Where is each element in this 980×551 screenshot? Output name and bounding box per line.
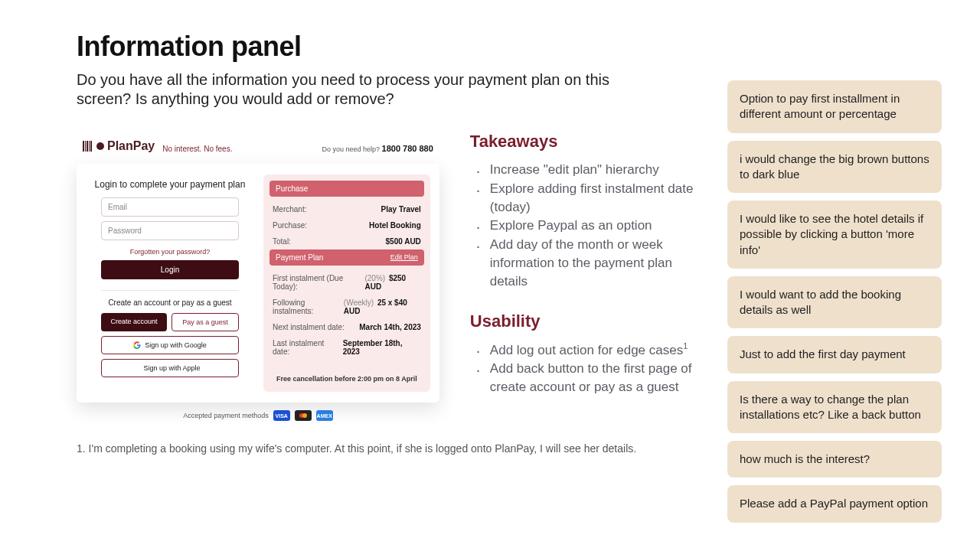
feedback-card: Just to add the first day payment bbox=[727, 336, 942, 373]
payment-methods-label: Accepted payment methods bbox=[183, 412, 269, 419]
list-item: Explore Paypal as an option bbox=[470, 217, 697, 235]
create-heading: Create an account or pay as a guest bbox=[108, 298, 231, 307]
login-button[interactable]: Login bbox=[101, 260, 239, 279]
takeaways-heading: Takeaways bbox=[470, 132, 697, 152]
feedback-column: Option to pay first installment in diffe… bbox=[727, 31, 942, 523]
following-label: Following instalments: bbox=[273, 298, 344, 315]
feedback-card: how much is the interest? bbox=[727, 441, 942, 478]
logo-dot-icon bbox=[96, 142, 104, 150]
visa-icon: VISA bbox=[273, 410, 290, 421]
total-value: $500 AUD bbox=[386, 237, 421, 246]
first-instalment-label: First instalment (Due Today): bbox=[273, 274, 364, 291]
next-date-value: March 14th, 2023 bbox=[359, 323, 421, 331]
pay-as-guest-button[interactable]: Pay as a guest bbox=[172, 313, 239, 331]
brand-name: PlanPay bbox=[107, 139, 155, 153]
edit-plan-link[interactable]: Edit Plan bbox=[390, 253, 418, 262]
help-text: Do you need help? 1800 780 880 bbox=[322, 144, 433, 153]
list-item: Increase "edit plan" hierarchy bbox=[470, 161, 697, 179]
password-field[interactable]: Password bbox=[101, 221, 239, 240]
feedback-card: Option to pay first installment in diffe… bbox=[727, 80, 942, 133]
google-icon bbox=[133, 341, 141, 349]
amex-icon: AMEX bbox=[316, 410, 333, 421]
list-item: Add back button to the first page of cre… bbox=[470, 360, 697, 396]
apple-signup-button[interactable]: Sign up with Apple bbox=[101, 359, 239, 377]
merchant-label: Merchant: bbox=[273, 205, 306, 214]
purchase-header: Purchase bbox=[270, 181, 424, 197]
page-subtitle: Do you have all the information you need… bbox=[77, 70, 612, 109]
mastercard-icon bbox=[295, 410, 312, 421]
brand-tagline: No interest. No fees. bbox=[162, 145, 232, 153]
list-item: Add day of the month or week information… bbox=[470, 236, 697, 290]
usability-list: Add log out action for edge cases1 Add b… bbox=[470, 341, 697, 396]
takeaways-list: Increase "edit plan" hierarchy Explore a… bbox=[470, 161, 697, 291]
last-date-label: Last instalment date: bbox=[273, 339, 343, 356]
footnote: 1. I'm completing a booking using my wif… bbox=[77, 442, 697, 455]
next-date-label: Next instalment date: bbox=[273, 323, 345, 331]
mockup-screenshot: PlanPay No interest. No fees. Do you nee… bbox=[77, 132, 439, 421]
list-item: Explore adding first instalment date (to… bbox=[470, 180, 697, 217]
feedback-card: Please add a PayPal payment option bbox=[727, 485, 942, 522]
logo-icon bbox=[83, 141, 92, 152]
page-title: Information panel bbox=[77, 31, 697, 63]
feedback-card: Is there a way to change the plan instal… bbox=[727, 381, 942, 434]
email-field[interactable]: Email bbox=[101, 197, 239, 217]
feedback-card: i would change the big brown buttons to … bbox=[727, 141, 942, 194]
plan-header: Payment Plan bbox=[276, 253, 323, 262]
feedback-card: I would like to see the hotel details if… bbox=[727, 201, 942, 269]
last-date-value: September 18th, 2023 bbox=[343, 339, 421, 356]
usability-heading: Usability bbox=[470, 311, 697, 331]
login-heading: Login to complete your payment plan bbox=[95, 179, 246, 190]
create-account-button[interactable]: Create account bbox=[101, 313, 167, 331]
merchant-value: Play Travel bbox=[381, 205, 421, 214]
total-label: Total: bbox=[273, 237, 291, 246]
purchase-value: Hotel Booking bbox=[369, 221, 421, 230]
cancellation-note: Free cancellation before 2:00 pm on 8 Ap… bbox=[270, 375, 424, 383]
divider bbox=[101, 290, 239, 291]
purchase-label: Purchase: bbox=[273, 221, 307, 230]
feedback-card: I would want to add the booking details … bbox=[727, 276, 942, 329]
list-item: Add log out action for edge cases1 bbox=[470, 341, 697, 359]
google-signup-button[interactable]: Sign up with Google bbox=[101, 336, 239, 354]
forgot-password-link[interactable]: Forgotten your password? bbox=[130, 248, 211, 256]
